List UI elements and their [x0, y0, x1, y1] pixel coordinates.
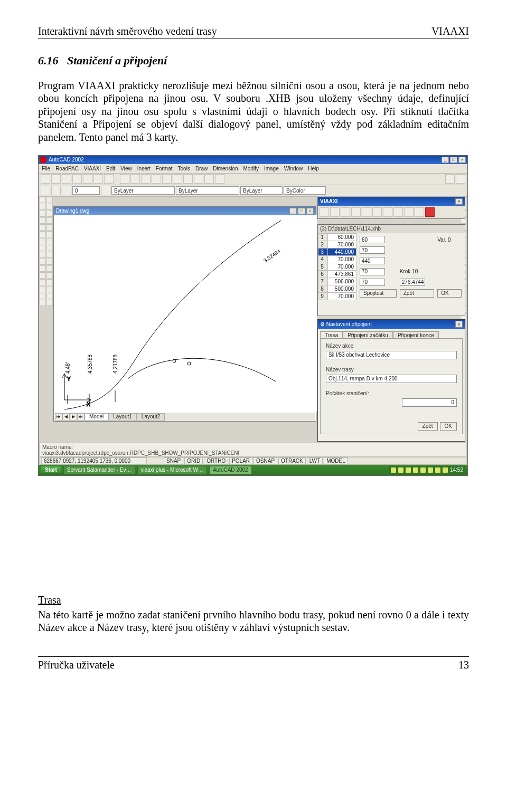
tool-icon[interactable] — [40, 265, 46, 272]
toolbar-button[interactable] — [204, 174, 214, 184]
menu-item[interactable]: Image — [264, 166, 279, 171]
toolbar-button[interactable] — [141, 174, 151, 184]
menu-item[interactable]: Tools — [178, 166, 190, 171]
toolbar-button[interactable] — [183, 174, 193, 184]
tab-trasa[interactable]: Trasa — [320, 331, 343, 338]
toggle-ortho[interactable]: ORTHO — [204, 457, 228, 464]
tool-icon[interactable] — [46, 224, 53, 231]
tray-icon[interactable] — [435, 467, 440, 473]
toolbar-button[interactable] — [456, 174, 465, 184]
tool-icon[interactable] — [46, 272, 53, 279]
back-button[interactable]: Zpět — [400, 289, 434, 298]
tool-icon[interactable] — [40, 286, 46, 292]
tool-icon[interactable] — [404, 207, 414, 217]
spojitost-button[interactable]: Spojitost — [360, 289, 397, 298]
maximize-button[interactable]: □ — [450, 157, 457, 163]
tool-icon[interactable] — [383, 207, 392, 217]
tool-icon[interactable] — [46, 252, 53, 258]
layout-tab[interactable]: Layout2 — [137, 413, 165, 421]
tool-icon[interactable] — [40, 231, 46, 237]
tray-icon[interactable] — [420, 467, 426, 473]
minimize-button[interactable]: _ — [442, 157, 449, 163]
tab-nav-first-icon[interactable]: ⏮ — [55, 413, 62, 421]
toolbar-button[interactable] — [215, 174, 224, 184]
system-tray[interactable]: 14:52 — [389, 466, 465, 474]
linetype-combo[interactable]: ByLayer — [176, 186, 239, 195]
tool-icon[interactable] — [46, 286, 53, 292]
minimize-button[interactable]: _ — [289, 208, 297, 214]
axis-table[interactable]: 160.000 270.000 3440.000 470.000 570.000… — [318, 233, 356, 300]
tool-icon[interactable] — [40, 252, 46, 258]
close-button[interactable]: × — [458, 157, 466, 163]
toolbar-button[interactable] — [62, 186, 71, 195]
toggle-snap[interactable]: SNAP — [164, 457, 183, 464]
menu-item[interactable]: Insert — [137, 166, 151, 171]
tool-icon[interactable] — [46, 279, 53, 285]
close-icon[interactable]: × — [455, 321, 463, 328]
layout-tab[interactable]: Layout1 — [108, 413, 137, 421]
model-tab[interactable]: Model — [84, 413, 108, 421]
tool-icon[interactable] — [40, 245, 46, 251]
viaaxi-toolbar[interactable]: VIAAXI × — [317, 197, 465, 219]
tool-icon[interactable] — [46, 197, 53, 203]
tool-icon[interactable] — [40, 300, 46, 306]
toolbar-button[interactable] — [152, 174, 161, 184]
toolbar-button[interactable] — [101, 186, 110, 195]
toolbar-button[interactable] — [173, 174, 182, 184]
menu-item[interactable]: VIAAXI — [84, 166, 101, 171]
axis-field[interactable]: 440 — [360, 257, 385, 264]
tool-icon[interactable] — [40, 197, 46, 203]
menu-item[interactable]: RoadPAC — [55, 166, 79, 171]
tool-icon[interactable] — [46, 293, 53, 299]
close-button[interactable]: × — [306, 208, 314, 214]
tool-icon[interactable] — [40, 279, 46, 285]
menu-item[interactable]: Modify — [243, 166, 258, 171]
tray-icon[interactable] — [443, 467, 448, 473]
menu-item[interactable]: Help — [308, 166, 319, 171]
toolbar-button[interactable] — [194, 174, 203, 184]
tool-icon[interactable] — [46, 211, 53, 217]
toolbar-button[interactable] — [72, 174, 82, 184]
tab-nav-next-icon[interactable]: ▶ — [70, 413, 77, 421]
field-nazev-akce[interactable]: Sil I/53 obchvat Lechovice — [326, 351, 457, 359]
plotstyle-combo[interactable]: ByColor — [284, 186, 326, 195]
close-icon[interactable]: × — [455, 198, 463, 205]
tray-icon[interactable] — [413, 467, 418, 473]
tab-pripojeni-konce[interactable]: Připojení konce — [393, 331, 439, 338]
tool-icon[interactable] — [46, 259, 53, 265]
toggle-osnap[interactable]: OSNAP — [253, 457, 277, 464]
tool-icon[interactable] — [40, 272, 46, 279]
tool-icon[interactable] — [46, 204, 53, 210]
tab-nav-last-icon[interactable]: ⏭ — [77, 413, 84, 421]
tool-icon[interactable] — [46, 245, 53, 251]
tool-icon[interactable] — [351, 207, 361, 217]
toolbar-button[interactable] — [62, 174, 71, 184]
back-button[interactable]: Zpět — [418, 422, 438, 431]
ok-button[interactable]: OK — [440, 422, 457, 431]
taskbar-item-active[interactable]: AutoCAD 2002 — [209, 466, 252, 474]
toolbar-button[interactable] — [83, 174, 92, 184]
toolbar-button[interactable] — [51, 174, 61, 184]
lineweight-combo[interactable]: ByLayer — [240, 186, 283, 195]
toggle-model[interactable]: MODEL — [324, 457, 348, 464]
axis-field[interactable]: 70 — [360, 279, 385, 286]
axis-field[interactable]: 276.4744 — [400, 279, 425, 286]
toolbar-button[interactable] — [162, 174, 172, 184]
tool-icon[interactable] — [393, 207, 403, 217]
tool-icon[interactable] — [40, 204, 46, 210]
menu-item[interactable]: View — [120, 166, 132, 171]
tray-icon[interactable] — [406, 467, 411, 473]
tray-icon[interactable] — [428, 467, 433, 473]
menu-item[interactable]: Draw — [195, 166, 208, 171]
tab-pripojeni-zacatku[interactable]: Připojení začátku — [343, 331, 393, 338]
axis-field[interactable]: 70 — [360, 268, 385, 275]
axis-field[interactable]: 70 — [360, 246, 385, 254]
menu-item[interactable]: Window — [284, 166, 303, 171]
tool-icon[interactable] — [415, 207, 424, 217]
tool-icon[interactable] — [320, 207, 329, 217]
menu-item[interactable]: Format — [156, 166, 173, 171]
menu-item[interactable]: File — [42, 166, 50, 171]
toggle-lwt[interactable]: LWT — [307, 457, 323, 464]
toolbar-button[interactable] — [51, 186, 61, 195]
tool-icon[interactable] — [46, 238, 53, 244]
